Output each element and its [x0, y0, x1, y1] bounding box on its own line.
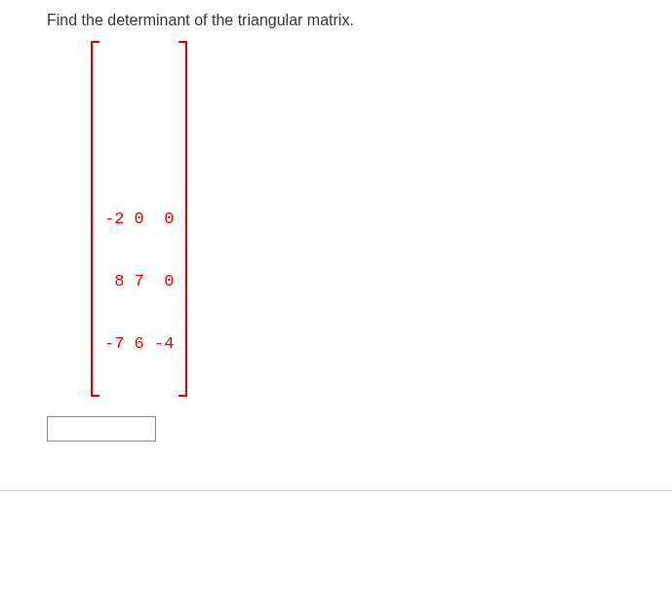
bracket-left	[91, 41, 93, 397]
answer-input-1[interactable]	[47, 416, 156, 442]
matrix-row: -2 0 0	[104, 209, 174, 229]
matrix-1: -2 0 0 8 7 0 -7 6 -4	[91, 41, 187, 397]
bracket-corner	[178, 41, 187, 43]
bracket-corner	[91, 395, 99, 397]
bracket-corner	[178, 395, 187, 397]
matrix-1-container: -2 0 0 8 7 0 -7 6 -4	[91, 41, 187, 397]
matrix-row: -7 6 -4	[104, 333, 174, 354]
bracket-right	[185, 41, 187, 397]
matrix-row: 8 7 0	[104, 271, 174, 291]
bracket-corner	[91, 41, 99, 43]
question-1-prompt: Find the determinant of the triangular m…	[47, 12, 672, 29]
question-1: Find the determinant of the triangular m…	[0, 0, 672, 491]
spacer	[0, 491, 672, 613]
